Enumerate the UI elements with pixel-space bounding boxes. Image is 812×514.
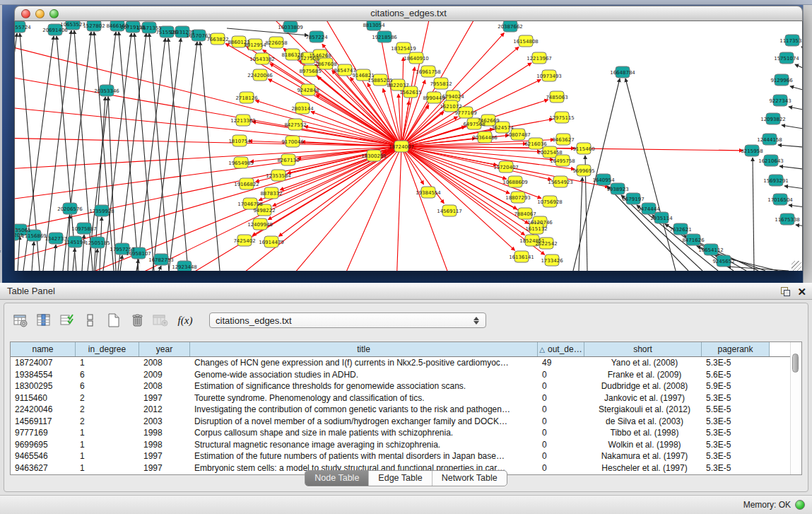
table-cell: 5.3E-5 (702, 357, 770, 369)
rows-icon[interactable] (81, 311, 100, 329)
citation-edge-red (283, 146, 401, 271)
table-cell: 1 (76, 439, 139, 451)
citation-edge-black (119, 32, 139, 271)
graph-node-label: 11173533 (779, 38, 802, 44)
column-header-in_degree[interactable]: in_degree (76, 342, 139, 356)
table-row[interactable]: 977716911998Corpus callosum shape and si… (11, 427, 801, 439)
function-builder-icon[interactable]: f(x) (175, 311, 196, 329)
table-settings-icon[interactable] (11, 311, 30, 329)
graph-node-label: 8975685 (299, 69, 321, 74)
table-cell: 0 (538, 439, 584, 451)
citation-edge-black (778, 145, 802, 148)
new-column-icon[interactable] (105, 311, 123, 329)
graph-node-label: 14569117 (437, 209, 462, 214)
table-cell: 0 (538, 404, 584, 416)
graph-node-label: 6794024 (442, 94, 464, 100)
minimize-window-icon[interactable] (35, 9, 45, 18)
left-panel-edge: ‹ (0, 5, 2, 283)
graph-node-label: 16120746 (527, 220, 553, 226)
graph-node-label: 12093822 (760, 117, 786, 122)
table-cell: 2012 (139, 404, 190, 416)
column-header-title[interactable]: title (190, 342, 538, 356)
column-header-name[interactable]: name (11, 342, 76, 356)
float-panel-icon[interactable] (781, 287, 790, 296)
table-selector-dropdown[interactable]: citations_edges.txt (209, 313, 486, 328)
graph-node-label: 1527802 (83, 23, 105, 29)
graph-node-label: 11156869 (21, 233, 47, 239)
column-header-year[interactable]: year (139, 342, 190, 356)
citation-network-graph[interactable]: 1872400724055724206914061065352715278028… (15, 21, 802, 271)
table-row[interactable]: 1456911722003Disruption of a novel membe… (11, 416, 801, 428)
graph-node-label: 9245652 (712, 259, 734, 264)
column-header-short[interactable]: short (584, 342, 702, 356)
table-cell: 5.3E-5 (702, 450, 770, 462)
close-window-icon[interactable] (21, 9, 30, 18)
column-header-pagerank[interactable]: pagerank (702, 342, 770, 356)
column-header-out_de[interactable]: △out_de… (538, 342, 584, 356)
citation-edge-black (621, 195, 702, 271)
delete-table-icon[interactable] (151, 311, 170, 329)
table-row[interactable]: 946554611997Estimation of the future num… (11, 450, 801, 462)
graph-node-label: 15654923 (548, 180, 573, 185)
table-cell: 6 (76, 369, 139, 381)
graph-node-label: 12923448 (172, 264, 197, 270)
table-cell: 5.5E-5 (702, 404, 770, 416)
row-check-icon[interactable] (58, 311, 76, 329)
graph-node-label: 16495758 (550, 158, 575, 164)
table-row[interactable]: 1938455462009Genome-wide association stu… (11, 369, 801, 381)
delete-column-icon[interactable] (128, 311, 146, 329)
graph-node-label: 18807293 (505, 195, 531, 201)
graph-node-label: 10973493 (536, 74, 562, 79)
graph-node-label: 3624574 (491, 125, 514, 131)
memory-status-label: Memory: OK (743, 500, 791, 510)
graph-node-label: 8427552 (284, 122, 306, 128)
panel-collapse-icon[interactable]: ‹ (0, 248, 1, 255)
table-cell: 2009 (139, 369, 190, 381)
tab-network-table[interactable]: Network Table (432, 471, 507, 486)
tab-node-table[interactable]: Node Table (305, 471, 368, 486)
scrollbar-thumb[interactable] (792, 354, 799, 373)
graph-node-label: 1615132 (525, 226, 547, 232)
table-row[interactable]: 1830029562008Estimation of significance … (11, 380, 801, 392)
citation-edge-black (169, 42, 197, 271)
network-canvas[interactable]: 1872400724055724206914061065352715278028… (14, 21, 803, 271)
table-cell: Genome-wide association studies in ADHD. (190, 369, 538, 381)
memory-indicator-icon[interactable] (795, 500, 805, 510)
close-panel-icon[interactable]: ✕ (797, 286, 806, 297)
table-row[interactable]: 911546021997Tourette syndrome. Phenomeno… (11, 392, 801, 404)
window-titlebar[interactable]: citations_edges.txt (14, 6, 803, 21)
table-cell: Estimation of significance thresholds fo… (190, 380, 538, 392)
citation-edge-black (118, 33, 146, 271)
graph-node-label: 19384554 (416, 190, 441, 196)
column-visibility-icon[interactable] (35, 311, 53, 329)
zoom-window-icon[interactable] (49, 9, 59, 18)
window-resize-grip[interactable] (792, 261, 801, 271)
tab-edge-table[interactable]: Edge Table (368, 471, 431, 486)
table-cell: 9777169 (11, 427, 76, 439)
citation-edge-black (779, 166, 802, 171)
table-cell: Dudbridge et al. (2008) (584, 380, 702, 392)
table-body: 1872400712008Changes of HCN gene express… (11, 357, 801, 474)
table-cell: 1 (76, 357, 139, 369)
graph-node-label: 19166822 (234, 182, 259, 187)
citation-edge-black (801, 47, 802, 60)
table-cell: 0 (538, 450, 584, 462)
table-scrollbar[interactable] (790, 342, 801, 474)
citation-edge-black (159, 266, 161, 271)
citation-edge-red (15, 146, 401, 170)
table-cell: Jankovic et al. (1997) (584, 392, 702, 404)
graph-node-label: 7884067 (514, 211, 536, 217)
table-cell: de Silva et al. (2003) (584, 416, 702, 428)
table-panel-title: Table Panel (7, 286, 55, 296)
graph-node-label: 7955812 (430, 81, 452, 87)
graph-node-label: 7462669 (477, 118, 499, 124)
graph-node-label: 8226058 (265, 40, 287, 46)
table-row[interactable]: 2242004622012Investigating the contribut… (11, 404, 801, 416)
table-cell: 1998 (139, 439, 190, 451)
graph-node-label: 16782753 (148, 257, 174, 263)
table-row[interactable]: 969969511998Structural magnetic resonanc… (11, 439, 801, 451)
graph-node-label: 20364486 (472, 135, 498, 141)
table-row[interactable]: 1872400712008Changes of HCN gene express… (11, 357, 801, 369)
graph-node-label: 19218586 (372, 35, 397, 40)
table-cell: 2008 (139, 380, 190, 392)
